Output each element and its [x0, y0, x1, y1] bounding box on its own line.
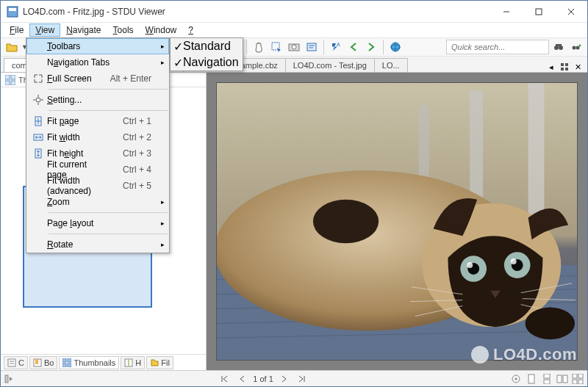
- text-select-icon[interactable]: [304, 39, 320, 55]
- select-tool-icon[interactable]: [268, 39, 284, 55]
- svg-rect-85: [557, 375, 562, 383]
- menu-rotate[interactable]: Rotate▸: [26, 236, 169, 253]
- status-left-icon[interactable]: [4, 375, 13, 383]
- svg-rect-37: [5, 75, 10, 79]
- svg-rect-46: [62, 358, 66, 362]
- svg-rect-48: [62, 364, 66, 367]
- menu-window[interactable]: Window: [140, 23, 183, 37]
- menu-tools[interactable]: Tools: [107, 23, 140, 37]
- find-next-icon[interactable]: [568, 39, 584, 55]
- svg-rect-86: [563, 375, 567, 383]
- svg-rect-40: [11, 81, 15, 85]
- thumbnails-grid-icon[interactable]: [5, 75, 15, 85]
- toolbars-submenu: ✓Standard ✓Navigation: [170, 37, 243, 71]
- go-back-icon[interactable]: [345, 39, 362, 55]
- side-panel-tabs: C Bo Thumbnails H Fil: [1, 354, 206, 370]
- tab-close-icon[interactable]: ✕: [573, 62, 583, 72]
- submenu-navigation[interactable]: ✓Navigation: [171, 54, 243, 70]
- open-icon[interactable]: [4, 39, 20, 55]
- viewer-area[interactable]: [207, 73, 587, 370]
- status-tool-1-icon[interactable]: [509, 373, 523, 385]
- svg-rect-90: [578, 380, 583, 384]
- page-status: 1 of 1: [253, 375, 273, 383]
- svg-point-78: [526, 308, 575, 340]
- tab[interactable]: LO4D.com - Test.jpg: [285, 58, 375, 72]
- svg-point-31: [573, 46, 576, 50]
- hand-tool-icon[interactable]: [251, 39, 267, 55]
- side-tab-history[interactable]: H: [121, 356, 145, 369]
- svg-rect-33: [561, 63, 564, 66]
- svg-rect-36: [565, 68, 568, 70]
- tab-scroll-left-icon[interactable]: ◂: [546, 62, 556, 72]
- layout-facing-cont-icon[interactable]: [571, 373, 584, 385]
- svg-rect-82: [528, 375, 534, 383]
- menu-fit-page[interactable]: Fit pageCtrl + 1: [26, 113, 169, 129]
- layout-single-icon[interactable]: [525, 373, 538, 385]
- side-tab-files[interactable]: Fil: [146, 356, 173, 369]
- title-bar: LO4D.com - Fritz.jpg - STDU Viewer: [1, 1, 587, 23]
- svg-rect-49: [68, 364, 71, 367]
- svg-point-71: [511, 258, 517, 264]
- side-tab-contents[interactable]: C: [4, 356, 28, 369]
- minimize-button[interactable]: [490, 1, 523, 22]
- menu-view[interactable]: View: [29, 23, 60, 37]
- find-icon[interactable]: A: [328, 39, 344, 55]
- menu-toolbars[interactable]: Toolbars▸: [26, 38, 169, 54]
- svg-point-91: [36, 98, 40, 102]
- svg-rect-89: [573, 380, 577, 384]
- svg-point-64: [313, 200, 379, 244]
- go-forward-icon[interactable]: [363, 39, 379, 55]
- submenu-standard[interactable]: ✓Standard: [171, 38, 243, 54]
- menu-fit-width[interactable]: Fit widthCtrl + 2: [26, 129, 169, 145]
- close-button[interactable]: [555, 1, 587, 22]
- svg-rect-47: [68, 358, 71, 362]
- svg-point-68: [467, 262, 473, 268]
- svg-point-81: [515, 377, 517, 380]
- svg-rect-21: [307, 43, 316, 51]
- binoculars-icon[interactable]: [551, 39, 567, 55]
- svg-rect-51: [128, 359, 129, 366]
- svg-text:A: A: [337, 42, 340, 47]
- menu-setting[interactable]: Setting...: [26, 92, 169, 108]
- svg-rect-30: [556, 44, 562, 46]
- menu-page-layout[interactable]: Page layout▸: [26, 215, 169, 231]
- layout-continuous-icon[interactable]: [540, 373, 553, 385]
- svg-rect-3: [536, 9, 542, 15]
- menu-navigate[interactable]: Navigate: [60, 23, 107, 37]
- menu-full-screen[interactable]: Full ScreenAlt + Enter: [26, 70, 169, 87]
- svg-rect-41: [8, 359, 15, 366]
- svg-rect-84: [544, 380, 550, 384]
- layout-facing-icon[interactable]: [556, 373, 569, 385]
- quick-search-input[interactable]: [446, 40, 549, 54]
- menu-fit-width-adv[interactable]: Fit width (advanced)Ctrl + 5: [26, 178, 169, 194]
- snapshot-icon[interactable]: [286, 39, 302, 55]
- status-bar: 1 of 1: [1, 370, 587, 386]
- svg-rect-45: [35, 359, 38, 364]
- tab[interactable]: LO...: [374, 58, 408, 72]
- document-page: [217, 83, 577, 360]
- web-icon[interactable]: [387, 39, 404, 55]
- svg-rect-88: [578, 374, 583, 378]
- view-menu: Toolbars▸ Navigation Tabs▸ Full ScreenAl…: [26, 37, 170, 253]
- side-tab-thumbnails[interactable]: Thumbnails: [59, 356, 119, 369]
- svg-rect-87: [573, 374, 577, 378]
- svg-rect-39: [5, 81, 10, 85]
- menu-zoom[interactable]: Zoom▸: [26, 194, 169, 210]
- svg-rect-35: [561, 68, 564, 70]
- prev-page-icon[interactable]: [235, 373, 248, 385]
- svg-rect-79: [5, 375, 8, 383]
- first-page-icon[interactable]: [218, 373, 231, 385]
- menu-file[interactable]: File: [4, 23, 29, 37]
- last-page-icon[interactable]: [295, 373, 309, 385]
- app-icon: [7, 6, 18, 18]
- svg-rect-38: [11, 75, 15, 79]
- tab-grid-icon[interactable]: [559, 62, 570, 72]
- side-tab-bookmarks[interactable]: Bo: [29, 356, 57, 369]
- menu-navigation-tabs[interactable]: Navigation Tabs▸: [26, 54, 169, 70]
- window-title: LO4D.com - Fritz.jpg - STDU Viewer: [23, 7, 490, 17]
- maximize-button[interactable]: [523, 1, 555, 22]
- svg-rect-34: [565, 63, 568, 66]
- next-page-icon[interactable]: [278, 373, 291, 385]
- menu-help[interactable]: ?: [182, 23, 199, 37]
- svg-point-20: [292, 45, 296, 49]
